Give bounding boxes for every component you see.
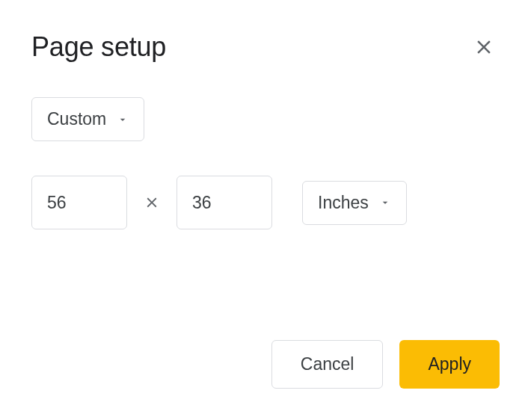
- dialog-title: Page setup: [31, 31, 166, 63]
- width-input[interactable]: [31, 176, 127, 229]
- apply-button[interactable]: Apply: [399, 340, 500, 389]
- close-icon: [473, 36, 495, 58]
- units-dropdown[interactable]: Inches: [302, 181, 407, 225]
- dimension-separator: [144, 194, 160, 211]
- cancel-button[interactable]: Cancel: [271, 340, 384, 389]
- preset-label: Custom: [47, 109, 106, 129]
- height-input[interactable]: [177, 176, 272, 229]
- close-button[interactable]: [468, 31, 500, 63]
- times-icon: [144, 194, 160, 211]
- chevron-down-icon: [117, 114, 129, 126]
- preset-dropdown[interactable]: Custom: [31, 97, 144, 141]
- units-label: Inches: [318, 193, 369, 213]
- chevron-down-icon: [379, 197, 391, 209]
